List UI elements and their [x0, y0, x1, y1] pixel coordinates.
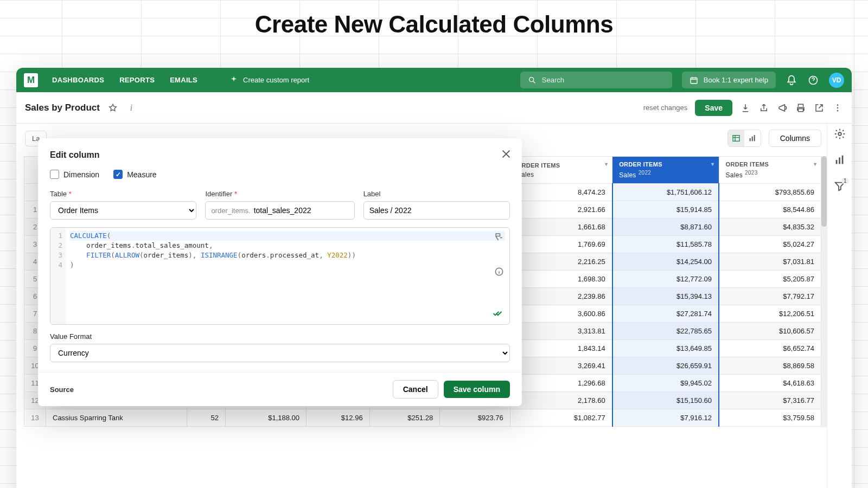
row-number: 13: [24, 409, 46, 427]
book-help-button[interactable]: Book 1:1 expert help: [682, 72, 776, 88]
identifier-prefix: order_items.: [211, 207, 250, 215]
valid-check-icon: [492, 308, 503, 319]
app-logo[interactable]: M: [24, 73, 38, 87]
cell-sales-2023: $12,206.51: [719, 305, 821, 323]
format-icon[interactable]: [494, 232, 504, 242]
svg-point-5: [837, 110, 838, 111]
cell-sales-2022: $22,785.65: [612, 323, 719, 340]
identifier-input[interactable]: [254, 206, 349, 215]
sparkle-icon: [229, 75, 239, 85]
svg-rect-8: [751, 137, 752, 142]
cell-sales-prev: 3,313.81: [510, 323, 612, 340]
page-header: Sales by Product i reset changes Save: [16, 92, 852, 124]
cell-sales-2023: $6,652.74: [719, 340, 821, 357]
measure-checkbox[interactable]: Measure: [113, 170, 156, 179]
svg-point-3: [837, 104, 838, 105]
save-button[interactable]: Save: [695, 100, 732, 116]
column-type-checks: Dimension Measure: [50, 170, 510, 179]
help-icon[interactable]: [807, 74, 819, 86]
cell-sales-2023: $5,205.87: [719, 271, 821, 288]
identifier-label: Identifier *: [205, 190, 354, 198]
code-editor-body[interactable]: CALCULATE( order_items.total_sales_amoun…: [66, 228, 509, 324]
cell-sales-prev: 8,474.23: [510, 184, 612, 201]
table-row[interactable]: 13Cassius Sparring Tank52$1,188.00$12.96…: [24, 409, 821, 427]
value-format-select[interactable]: Currency: [50, 344, 510, 362]
create-custom-report-button[interactable]: Create custom report: [229, 75, 309, 85]
col-sales-2023-header[interactable]: ORDER ITEMS▾ Sales2023: [719, 157, 821, 184]
modal-close-icon[interactable]: [500, 148, 512, 160]
source-toggle[interactable]: Source: [50, 386, 74, 394]
cell-sales-prev: 1,843.14: [510, 340, 612, 357]
report-title: Sales by Product: [25, 102, 100, 113]
create-report-label: Create custom report: [243, 76, 309, 84]
user-avatar[interactable]: VD: [829, 73, 844, 88]
save-column-button[interactable]: Save column: [444, 381, 510, 398]
search-box[interactable]: [520, 72, 672, 88]
open-external-icon[interactable]: [814, 102, 825, 113]
cell-sales-prev: 1,698.30: [510, 271, 612, 288]
cell-sales-prev: 2,921.66: [510, 201, 612, 219]
cell-sales-prev: 3,269.41: [510, 357, 612, 375]
download-icon[interactable]: [740, 102, 751, 113]
cell-sales-2023: $5,024.27: [719, 236, 821, 253]
calendar-icon: [690, 76, 698, 85]
cell-sales-2022: $12,772.09: [612, 271, 719, 288]
view-table-icon[interactable]: [728, 130, 744, 146]
cell-sales-2023: $7,316.77: [719, 392, 821, 409]
identifier-field: Identifier * order_items.: [205, 190, 354, 220]
label-input[interactable]: [363, 201, 510, 220]
scrollbar-thumb[interactable]: [821, 156, 827, 227]
nav-emails[interactable]: EMAILS: [170, 76, 197, 84]
topbar: M DASHBOARDS REPORTS EMAILS Create custo…: [16, 68, 852, 92]
code-gutter: 1234: [50, 228, 66, 324]
cell: $12.96: [307, 409, 370, 427]
col-order-items-prev-header[interactable]: ORDER ITEMS▾ Sales: [510, 157, 612, 184]
cell-sales-2023: $4,618.63: [719, 375, 821, 392]
reset-changes-link[interactable]: reset changes: [643, 104, 688, 112]
rail-chart-icon[interactable]: [834, 154, 846, 166]
svg-rect-1: [691, 78, 697, 84]
identifier-input-wrap[interactable]: order_items.: [205, 201, 354, 220]
info-icon[interactable]: i: [126, 102, 137, 113]
cell-sales-2022: $27,281.74: [612, 305, 719, 323]
cell-sales-prev: 1,661.68: [510, 219, 612, 236]
cell: $923.76: [440, 409, 510, 427]
cell-sales-2023: $4,835.32: [719, 219, 821, 236]
svg-point-4: [837, 107, 838, 108]
rail-filter-icon[interactable]: 1: [834, 180, 846, 192]
view-chart-icon[interactable]: [744, 130, 761, 146]
nav-dashboards[interactable]: DASHBOARDS: [52, 76, 104, 84]
modal-footer: Source Cancel Save column: [38, 372, 522, 406]
cell-sales-2022: $15,914.85: [612, 201, 719, 219]
columns-button[interactable]: Columns: [769, 130, 821, 147]
value-format-label: Value Format: [50, 332, 510, 341]
formula-editor[interactable]: 1234 CALCULATE( order_items.total_sales_…: [50, 227, 510, 325]
rail-settings-icon[interactable]: [834, 128, 846, 140]
vertical-scrollbar[interactable]: [821, 156, 827, 427]
checkbox-off-icon: [50, 170, 59, 179]
notifications-icon[interactable]: [786, 74, 797, 86]
svg-rect-9: [754, 135, 755, 141]
star-icon[interactable]: [107, 102, 118, 113]
broadcast-icon[interactable]: [777, 102, 788, 113]
search-input[interactable]: [542, 76, 665, 84]
function-info-icon[interactable]: [494, 267, 504, 277]
cell-sales-prev: 2,239.86: [510, 288, 612, 305]
cell-sales-prev: 3,600.86: [510, 305, 612, 323]
cell-sales-2022: $7,916.12: [612, 409, 719, 427]
cancel-button[interactable]: Cancel: [393, 380, 438, 399]
print-icon[interactable]: [795, 102, 806, 113]
cell: $251.28: [369, 409, 440, 427]
col-sales-2022-header[interactable]: ORDER ITEMS▾ Sales2022: [612, 157, 719, 184]
cell-sales-2022: $8,871.60: [612, 219, 719, 236]
svg-point-10: [838, 132, 841, 136]
cell-sales-2022: $1,751,606.12: [612, 184, 719, 201]
cell-sales-prev: 2,216.25: [510, 253, 612, 271]
nav-reports[interactable]: REPORTS: [119, 76, 155, 84]
share-icon[interactable]: [758, 102, 769, 113]
view-toggle: [727, 130, 761, 147]
dimension-checkbox[interactable]: Dimension: [50, 170, 99, 179]
table-select[interactable]: Order Items: [50, 201, 196, 220]
table-field: Table * Order Items: [50, 190, 196, 220]
more-icon[interactable]: [832, 102, 843, 113]
